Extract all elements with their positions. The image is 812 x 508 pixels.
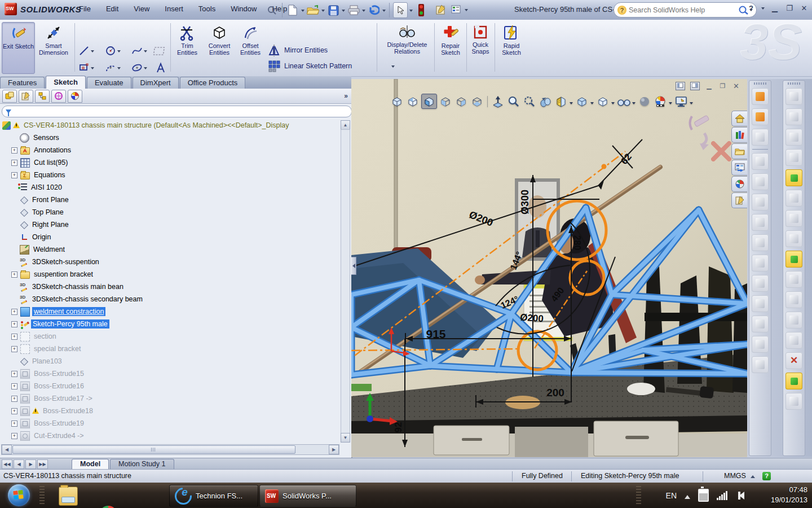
trim-extend-icon[interactable] xyxy=(752,255,769,271)
displaymanager-tab[interactable] xyxy=(68,90,82,103)
display-style-icon[interactable] xyxy=(595,94,610,108)
select-tool-icon[interactable] xyxy=(393,2,408,18)
dimension-label[interactable]: Ø300 xyxy=(519,190,531,214)
structural-member-icon[interactable] xyxy=(752,108,769,125)
normal-to-icon[interactable] xyxy=(491,94,505,108)
tree-item-boss-extrude19[interactable]: Boss-Extrude19 xyxy=(0,417,338,430)
delete-face-icon[interactable] xyxy=(785,149,802,166)
apply-scene-icon[interactable] xyxy=(653,94,668,108)
open-document-icon[interactable] xyxy=(306,3,320,17)
featuremanager-tree-tab[interactable] xyxy=(2,90,17,103)
view-cube-selected-icon[interactable] xyxy=(421,94,437,109)
dimension-label[interactable]: 92 xyxy=(393,422,404,433)
section-view-icon[interactable] xyxy=(554,94,568,108)
file-explorer-icon[interactable] xyxy=(731,143,747,159)
tree-item-section[interactable]: section xyxy=(0,330,338,343)
weld-bead-icon[interactable] xyxy=(752,234,769,251)
view-cube-5-icon[interactable] xyxy=(454,94,469,108)
graphics-area[interactable]: 62 Ø200 Ø300 280 144° 124° Ø200 490 915 … xyxy=(351,79,747,457)
tab-features[interactable]: Features xyxy=(0,77,45,89)
view-orientation-icon[interactable] xyxy=(575,94,589,108)
minimize-icon[interactable]: ▁ xyxy=(770,4,779,12)
tree-item-weldment[interactable]: Weldment xyxy=(0,243,338,256)
expander-icon[interactable] xyxy=(11,346,17,352)
taskbar-window-ie[interactable]: Technion FS... xyxy=(169,485,258,507)
dimension-label[interactable]: 915 xyxy=(426,327,445,341)
doc-minimize-icon[interactable]: ▁ xyxy=(705,82,713,90)
rectangle-tool[interactable] xyxy=(78,62,94,74)
properties-icon[interactable] xyxy=(434,2,448,17)
tree-item-sensors[interactable]: Sensors xyxy=(0,132,338,144)
help-search-input[interactable] xyxy=(626,6,738,14)
trim-entities-button[interactable]: Trim Entities xyxy=(173,22,202,73)
tree-item-3dsketch-main-bean[interactable]: 3DSketch-chassis main bean xyxy=(0,281,338,293)
tree-item-cutlist[interactable]: Cut list(95) xyxy=(0,156,338,169)
previous-view-icon[interactable] xyxy=(538,94,553,108)
expander-icon[interactable] xyxy=(11,408,17,414)
tab-motion-study[interactable]: Motion Study 1 xyxy=(110,459,174,469)
expander-icon[interactable] xyxy=(11,321,17,327)
repair-sketch-button[interactable]: Repair Sketch xyxy=(435,22,466,73)
boss-extrude-icon[interactable] xyxy=(785,251,802,268)
tab-sketch[interactable]: Sketch xyxy=(46,76,86,89)
restore-icon[interactable]: ❐ xyxy=(785,4,794,12)
reference-geometry-icon[interactable] xyxy=(752,316,769,332)
menu-edit[interactable]: Edit xyxy=(106,5,118,13)
ellipse-tool[interactable] xyxy=(131,62,147,74)
panel-collapse-tab[interactable] xyxy=(351,257,356,275)
fillet-feature-icon[interactable] xyxy=(785,210,802,227)
menu-file[interactable]: File xyxy=(79,5,91,13)
view-settings-icon[interactable] xyxy=(674,94,689,108)
tree-item-material[interactable]: AISI 1020 xyxy=(0,181,338,194)
tree-item-3dsketch-suspention[interactable]: 3DSketch-suspention xyxy=(0,256,338,268)
expander-icon[interactable] xyxy=(11,421,17,427)
expander-icon[interactable] xyxy=(11,172,17,178)
circle-tool[interactable] xyxy=(104,45,121,57)
tree-item-sketch-percy[interactable]: Sketch-Percy 95th male xyxy=(0,318,338,330)
pattern-feature-icon[interactable] xyxy=(785,373,802,389)
configurationmanager-tab[interactable] xyxy=(35,90,50,103)
box-select-icon[interactable] xyxy=(785,129,802,146)
tree-item-weldment-constraction[interactable]: weldment constraction xyxy=(0,305,338,318)
extruded-boss-icon[interactable] xyxy=(752,153,769,170)
text-tool[interactable] xyxy=(155,62,167,74)
chrome-taskbar-icon[interactable] xyxy=(99,506,117,508)
sketch-picture-tool[interactable] xyxy=(153,45,167,57)
status-units[interactable]: MMGS xyxy=(724,472,755,480)
help-caret[interactable] xyxy=(761,7,765,11)
tree-scroll-down[interactable]: ▼ xyxy=(341,433,350,443)
zoom-to-fit-icon[interactable] xyxy=(506,94,521,108)
draft-icon[interactable] xyxy=(785,230,802,247)
app-help-icon[interactable]: ? xyxy=(747,4,756,12)
gusset-icon[interactable] xyxy=(752,129,769,146)
battery-icon[interactable] xyxy=(698,489,709,502)
panel-overflow-chevron[interactable]: » xyxy=(344,92,348,100)
offset-entities-button[interactable]: Offset Entities xyxy=(237,22,264,73)
tree-item-boss-extrude18[interactable]: Boss-Extrude18 xyxy=(0,405,338,417)
tree-item-boss-extrude17[interactable]: Boss-Extrude17 -> xyxy=(0,392,338,405)
linear-sketch-pattern-button[interactable]: Linear Sketch Pattern xyxy=(267,59,395,73)
tree-scroll-up[interactable]: ▲ xyxy=(341,120,350,130)
scroll-right-arrow[interactable]: ▶ xyxy=(329,445,339,454)
expander-icon[interactable] xyxy=(11,160,17,166)
home-icon[interactable] xyxy=(731,111,747,126)
doc-restore-icon[interactable]: ❐ xyxy=(718,82,727,90)
expander-icon[interactable] xyxy=(11,371,17,377)
pipe-tool-icon[interactable] xyxy=(752,214,769,231)
view-cube-2-icon[interactable] xyxy=(405,94,420,108)
volume-icon[interactable] xyxy=(735,492,744,500)
tree-item-3dsketch-secondary-beam[interactable]: 3DSketch-chassis secondary beam xyxy=(0,293,338,305)
close-icon[interactable]: ✕ xyxy=(800,4,809,12)
3d-sketch-icon[interactable] xyxy=(785,88,802,105)
hide-show-items-icon[interactable] xyxy=(616,94,631,108)
weldment-tool-icon[interactable] xyxy=(752,88,769,105)
tree-item-top-plane[interactable]: Top Plane xyxy=(0,206,338,218)
tree-item-front-plane[interactable]: Front Plane xyxy=(0,194,338,206)
appearances-icon[interactable] xyxy=(731,176,747,192)
view-cube-6-icon[interactable] xyxy=(470,94,484,108)
expander-icon[interactable] xyxy=(11,396,17,402)
search-collapse-icon[interactable] xyxy=(265,3,279,17)
tab-model[interactable]: Model xyxy=(72,459,109,469)
expander-icon[interactable] xyxy=(11,271,17,278)
arc-tool[interactable] xyxy=(104,62,121,74)
